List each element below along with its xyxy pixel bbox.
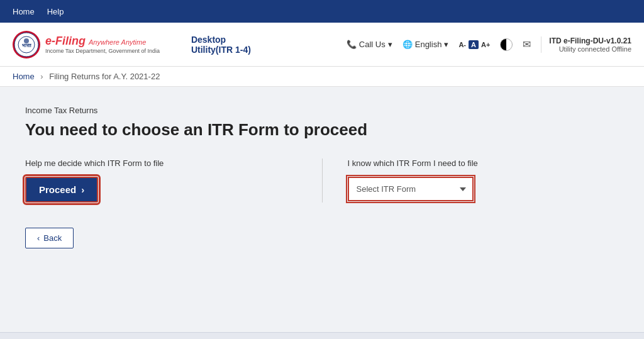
choice-right: I know which ITR Form I need to file Sel… [323, 158, 619, 201]
font-decrease-button[interactable]: A- [458, 41, 466, 48]
proceed-button[interactable]: Proceed › [25, 177, 98, 203]
contrast-toggle[interactable] [500, 38, 513, 51]
back-button[interactable]: ‹ Back [25, 228, 74, 248]
globe-icon: 🌐 [402, 40, 413, 49]
footer: Copyright © Income Tax Department, Minis… [0, 332, 644, 339]
utility-title: Desktop Utility(ITR 1-4) [191, 35, 251, 55]
desktop-label: Desktop [191, 35, 251, 45]
choice-left: Help me decide which ITR Form to file Pr… [25, 158, 323, 203]
call-us-button[interactable]: 📞 Call Us ▾ [347, 40, 392, 49]
itd-status: Utility connected Offline [559, 45, 631, 53]
proceed-arrow-icon: › [81, 184, 84, 195]
header: भारत e-Filing Anywhere Anytime Income Ta… [0, 23, 644, 67]
svg-point-3 [24, 38, 29, 43]
utility-label: Utility(ITR 1-4) [191, 45, 251, 55]
back-label: Back [43, 233, 62, 243]
logo-area: भारत e-Filing Anywhere Anytime Income Ta… [13, 31, 160, 58]
svg-text:भारत: भारत [22, 43, 31, 48]
breadcrumb-separator: › [40, 72, 43, 81]
lang-dropdown-icon: ▾ [444, 40, 448, 49]
language-selector[interactable]: 🌐 English ▾ [402, 40, 449, 49]
font-increase-button[interactable]: A+ [481, 41, 490, 48]
header-right: 📞 Call Us ▾ 🌐 English ▾ A- A A+ ✉ ITD e-… [347, 36, 631, 53]
nav-help[interactable]: Help [47, 7, 64, 16]
logo-text: e-Filing Anywhere Anytime Income Tax Dep… [45, 35, 160, 54]
select-itr-form[interactable]: Select ITR FormITR-1ITR-2ITR-3ITR-4 [348, 177, 474, 201]
main-content: Income Tax Returns You need to choose an… [0, 87, 644, 332]
notification-icon[interactable]: ✉ [523, 38, 531, 50]
logo-main: e-Filing Anywhere Anytime [45, 35, 160, 48]
breadcrumb: Home › Filing Returns for A.Y. 2021-22 [0, 67, 644, 87]
phone-icon: 📞 [347, 40, 357, 49]
left-heading: Help me decide which ITR Form to file [25, 158, 297, 168]
right-heading: I know which ITR Form I need to file [348, 158, 619, 168]
logo-emblem: भारत [13, 31, 40, 58]
itd-version: ITD e-Filing-DU-v1.0.21 [549, 36, 631, 45]
font-normal-button[interactable]: A [469, 40, 479, 49]
top-nav: Home Help [0, 0, 644, 23]
section-label: Income Tax Returns [25, 106, 619, 115]
back-arrow-icon: ‹ [37, 233, 40, 243]
proceed-label: Proceed [39, 184, 76, 195]
page-title: You need to choose an ITR Form to procee… [25, 120, 619, 140]
nav-home[interactable]: Home [13, 7, 35, 16]
call-dropdown-icon: ▾ [388, 40, 392, 49]
choices-row: Help me decide which ITR Form to file Pr… [25, 158, 619, 203]
breadcrumb-home[interactable]: Home [13, 72, 35, 81]
itd-info: ITD e-Filing-DU-v1.0.21 Utility connecte… [541, 36, 631, 53]
font-controls: A- A A+ [458, 40, 490, 49]
breadcrumb-current: Filing Returns for A.Y. 2021-22 [49, 72, 160, 81]
logo-sub: Income Tax Department, Government of Ind… [45, 48, 160, 54]
